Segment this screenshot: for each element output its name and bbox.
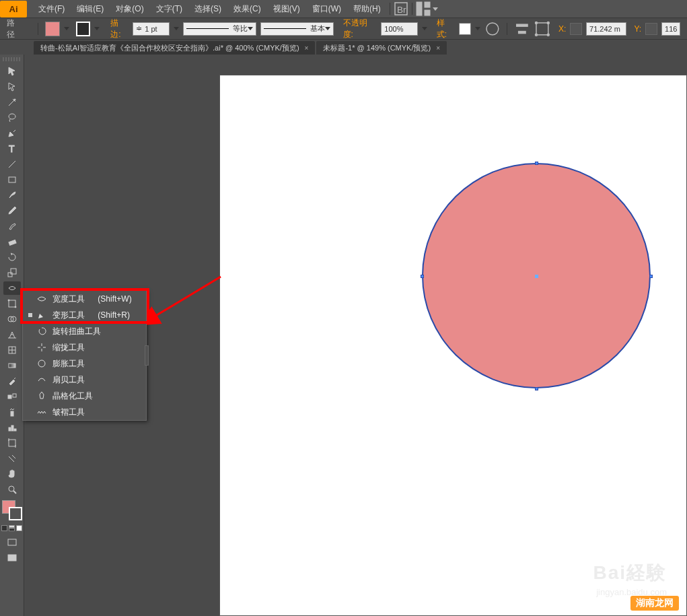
x-input[interactable]: 71.242 m <box>586 22 626 36</box>
lasso-tool[interactable] <box>3 111 21 125</box>
menu-type[interactable]: 文字(T) <box>150 0 188 18</box>
direct-selection-tool[interactable] <box>3 80 21 94</box>
rotate-tool[interactable] <box>3 250 21 264</box>
artboard[interactable] <box>219 75 687 616</box>
gradient-tool[interactable] <box>3 359 21 372</box>
align-icon[interactable] <box>514 22 530 36</box>
blend-tool[interactable] <box>3 390 21 403</box>
svg-rect-18 <box>8 240 15 245</box>
color-mode-icon[interactable] <box>1 525 7 531</box>
perspective-grid-tool[interactable] <box>3 328 21 341</box>
recolor-icon[interactable] <box>484 22 501 36</box>
fly-label: 旋转扭曲工具 <box>52 326 101 337</box>
y-stepper[interactable] <box>645 23 657 35</box>
close-icon[interactable]: × <box>305 44 309 52</box>
hand-tool[interactable] <box>3 467 21 481</box>
chevron-down-icon[interactable] <box>475 27 480 30</box>
screen-mode-icon[interactable] <box>3 536 21 549</box>
rectangle-tool[interactable] <box>3 173 21 186</box>
symbol-sprayer-tool[interactable] <box>3 405 21 419</box>
chevron-down-icon[interactable] <box>174 27 179 30</box>
transform-icon[interactable] <box>534 22 550 36</box>
shape-builder-tool[interactable] <box>3 312 21 326</box>
slice-tool[interactable] <box>3 452 21 465</box>
fly-scallop-tool[interactable]: 扇贝工具 <box>23 372 146 388</box>
artboard-tool[interactable] <box>3 436 21 450</box>
stroke-swatch[interactable] <box>76 22 91 36</box>
anchor-top[interactable] <box>535 162 538 165</box>
scale-tool[interactable] <box>3 266 21 279</box>
svg-rect-2 <box>416 2 422 16</box>
menu-edit[interactable]: 编辑(E) <box>71 0 110 18</box>
color-swatches[interactable] <box>2 500 22 520</box>
arrange-docs-icon[interactable] <box>415 2 431 15</box>
chevron-down-icon[interactable] <box>94 27 100 30</box>
chevron-down-icon[interactable] <box>422 27 427 30</box>
stroke-weight-input[interactable]: ≑1 pt <box>133 22 170 36</box>
fly-label: 缩拢工具 <box>52 342 85 353</box>
fly-pucker-tool[interactable]: 缩拢工具 <box>23 339 146 355</box>
width-tool[interactable] <box>3 281 21 295</box>
menu-help[interactable]: 帮助(H) <box>347 0 387 18</box>
anchor-bottom[interactable] <box>535 387 538 390</box>
anchor-left[interactable] <box>421 275 424 278</box>
panel-grip[interactable] <box>3 57 22 61</box>
tab-label: 未标题-1* @ 149% (CMYK/预览) <box>323 43 431 53</box>
flyout-tearoff-grip[interactable] <box>145 345 149 366</box>
type-tool[interactable]: T <box>3 142 21 156</box>
free-transform-tool[interactable] <box>3 297 21 310</box>
screen-mode-full-icon[interactable] <box>3 551 21 565</box>
pencil-tool[interactable] <box>3 204 21 217</box>
svg-rect-30 <box>8 395 11 399</box>
column-graph-tool[interactable] <box>3 421 21 434</box>
x-stepper[interactable] <box>570 23 582 35</box>
profile-dropdown[interactable]: 等比 <box>183 22 256 36</box>
fly-width-tool[interactable]: 宽度工具 (Shift+W) <box>23 291 146 307</box>
line-tool[interactable] <box>3 158 21 171</box>
brush-dropdown[interactable]: 基本 <box>260 22 334 36</box>
bridge-icon[interactable]: Br <box>393 2 409 15</box>
menu-window[interactable]: 窗口(W) <box>306 0 347 18</box>
menu-file[interactable]: 文件(F) <box>32 0 71 18</box>
selection-tool[interactable] <box>3 65 21 78</box>
tool-flyout: 宽度工具 (Shift+W) 变形工具 (Shift+R) 旋转扭曲工具 缩拢工… <box>22 290 147 421</box>
svg-point-43 <box>38 360 45 367</box>
fly-wrinkle-tool[interactable]: 皱褶工具 <box>23 404 146 420</box>
mesh-tool[interactable] <box>3 343 21 357</box>
canvas-area[interactable] <box>219 55 687 616</box>
fly-label: 皱褶工具 <box>52 407 85 418</box>
blob-brush-tool[interactable] <box>3 219 21 233</box>
fly-twirl-tool[interactable]: 旋转扭曲工具 <box>23 323 146 339</box>
fill-swatch[interactable] <box>45 22 60 36</box>
magic-wand-tool[interactable] <box>3 96 21 109</box>
svg-rect-29 <box>9 364 15 368</box>
menu-view[interactable]: 视图(V) <box>267 0 306 18</box>
anchor-right[interactable] <box>649 275 653 278</box>
y-input[interactable]: 116 <box>661 22 680 36</box>
opacity-input[interactable]: 100% <box>381 22 418 36</box>
menu-select[interactable]: 选择(S) <box>188 0 227 18</box>
document-tabs: 转曲-松鼠AI智适应教育《全国合作校校区安全指南》.ai* @ 400% (CM… <box>0 40 687 55</box>
menu-effect[interactable]: 效果(C) <box>227 0 267 18</box>
style-swatch[interactable] <box>459 23 471 35</box>
fly-bloat-tool[interactable]: 膨胀工具 <box>23 355 146 372</box>
paintbrush-tool[interactable] <box>3 189 21 202</box>
fly-warp-tool[interactable]: 变形工具 (Shift+R) <box>23 307 146 323</box>
chevron-down-icon[interactable] <box>64 27 69 30</box>
fly-label: 晶格化工具 <box>52 390 93 402</box>
svg-line-16 <box>9 161 15 168</box>
tab-doc-2[interactable]: 未标题-1* @ 149% (CMYK/预览)× <box>316 41 447 55</box>
tab-doc-1[interactable]: 转曲-松鼠AI智适应教育《全国合作校校区安全指南》.ai* @ 400% (CM… <box>34 41 315 55</box>
zoom-tool[interactable] <box>3 483 21 496</box>
pen-tool[interactable] <box>3 127 21 140</box>
separator <box>507 23 507 35</box>
chevron-down-icon[interactable] <box>433 7 438 11</box>
none-mode-icon[interactable] <box>16 525 22 531</box>
close-icon[interactable]: × <box>436 44 440 52</box>
eraser-tool[interactable] <box>3 235 21 248</box>
menu-object[interactable]: 对象(O) <box>110 0 149 18</box>
eyedropper-tool[interactable] <box>3 374 21 388</box>
fly-crystallize-tool[interactable]: 晶格化工具 <box>23 388 146 404</box>
gradient-mode-icon[interactable] <box>9 525 15 531</box>
stroke-color-icon[interactable] <box>9 507 22 520</box>
